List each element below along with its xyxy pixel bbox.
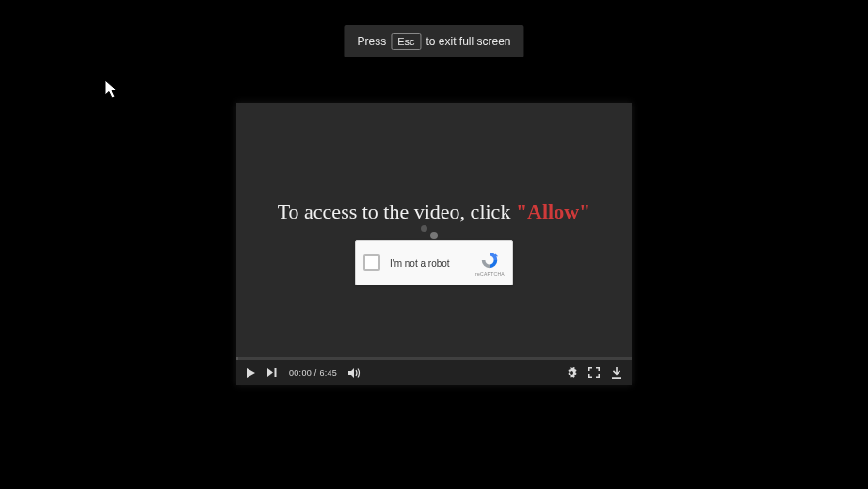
- recaptcha-widget[interactable]: I'm not a robot reCAPTCHA: [355, 240, 513, 285]
- svg-marker-2: [267, 368, 273, 377]
- recaptcha-checkbox[interactable]: [363, 254, 380, 271]
- download-button[interactable]: [611, 367, 622, 379]
- next-icon: [267, 367, 278, 378]
- spinner-dot-icon: [421, 225, 427, 232]
- spinner-dot-icon: [430, 232, 438, 239]
- svg-rect-3: [275, 368, 277, 377]
- esc-key-badge: Esc: [391, 33, 421, 50]
- play-icon: [246, 367, 256, 379]
- hint-rest: to exit full screen: [426, 35, 510, 48]
- fullscreen-icon: [588, 367, 600, 378]
- recaptcha-brand: reCAPTCHA: [475, 271, 505, 277]
- video-controls-bar: 00:00 / 6:45: [236, 360, 632, 385]
- prompt-allow: "Allow": [516, 200, 590, 223]
- svg-marker-1: [247, 368, 255, 378]
- hint-press: Press: [357, 35, 386, 48]
- time-total: 6:45: [319, 368, 337, 378]
- fullscreen-exit-hint: Press Esc to exit full screen: [344, 25, 523, 57]
- prompt-text: To access to the video, click: [278, 200, 516, 223]
- volume-icon: [348, 367, 362, 379]
- recaptcha-logo-icon: [479, 250, 500, 270]
- recaptcha-badge: reCAPTCHA: [475, 250, 505, 277]
- svg-marker-4: [348, 368, 354, 378]
- gear-icon: [566, 367, 577, 379]
- volume-button[interactable]: [348, 367, 362, 379]
- access-prompt: To access to the video, click "Allow": [236, 200, 632, 224]
- next-button[interactable]: [267, 367, 278, 378]
- video-time: 00:00 / 6:45: [289, 368, 337, 378]
- mouse-cursor-icon: [104, 79, 122, 100]
- fullscreen-button[interactable]: [588, 367, 600, 378]
- recaptcha-label: I'm not a robot: [390, 258, 475, 269]
- download-icon: [611, 367, 622, 379]
- settings-button[interactable]: [566, 367, 577, 379]
- video-player: To access to the video, click "Allow" I'…: [236, 103, 632, 385]
- time-current: 00:00: [289, 368, 312, 378]
- play-button[interactable]: [246, 367, 256, 379]
